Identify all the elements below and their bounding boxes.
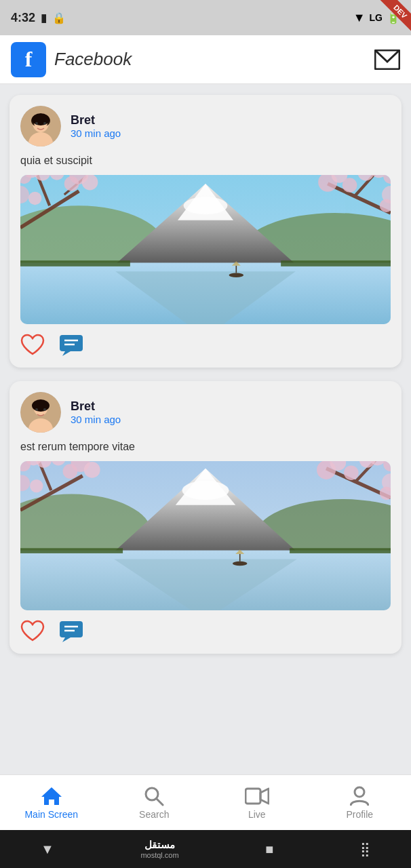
post-author: Bret — [71, 399, 121, 414]
heart-icon — [20, 334, 45, 357]
post-card: Bret 30 min ago quia et suscipit — [9, 95, 402, 368]
nav-item-live[interactable]: Live — [230, 786, 284, 820]
svg-point-28 — [28, 192, 41, 205]
svg-point-59 — [182, 481, 229, 500]
home-system-button[interactable]: ■ — [265, 842, 273, 857]
svg-rect-86 — [20, 548, 123, 553]
like-button[interactable] — [20, 334, 45, 357]
app-title: Facebook — [54, 49, 132, 70]
post-image — [20, 175, 391, 324]
menu-system-button[interactable]: ⣿ — [360, 841, 370, 857]
svg-rect-88 — [60, 621, 83, 637]
post-time: 30 min ago — [71, 127, 121, 139]
comment-icon — [58, 334, 84, 357]
wifi-icon: ▼ — [353, 11, 366, 25]
post-header: Bret 30 min ago — [20, 392, 391, 433]
svg-marker-92 — [41, 787, 62, 805]
person-icon — [350, 786, 369, 806]
nav-item-profile[interactable]: Profile — [332, 786, 387, 820]
system-logo: مستقل mostql.com — [140, 839, 178, 859]
system-logo-url: mostql.com — [140, 851, 178, 859]
avatar — [20, 106, 61, 146]
search-icon — [144, 786, 164, 806]
svg-rect-87 — [290, 548, 391, 553]
lock-icon: 🔒 — [52, 12, 66, 24]
dev-badge: DEV — [370, 0, 411, 41]
system-logo-text: مستقل — [140, 839, 178, 851]
svg-marker-45 — [62, 351, 71, 356]
svg-point-68 — [84, 462, 100, 478]
post-actions — [20, 334, 391, 357]
avatar — [20, 392, 61, 433]
nav-label-profile: Profile — [346, 809, 373, 820]
post-card: Bret 30 min ago est rerum tempore vitae — [9, 381, 402, 654]
post-actions — [20, 620, 391, 643]
video-icon — [245, 786, 269, 806]
comment-button[interactable] — [58, 334, 84, 357]
heart-icon — [20, 620, 45, 643]
messages-button[interactable] — [374, 50, 400, 70]
nav-label-live: Live — [248, 809, 266, 820]
svg-marker-96 — [260, 789, 269, 804]
svg-line-94 — [157, 799, 163, 805]
app-header: f Facebook — [0, 35, 411, 84]
svg-point-6 — [32, 113, 50, 125]
nav-label-main-screen: Main Screen — [24, 809, 78, 820]
status-bar-left: 4:32 ▮ 🔒 — [11, 11, 66, 25]
svg-rect-44 — [60, 335, 83, 351]
post-text: est rerum tempore vitae — [20, 441, 391, 453]
post-header: Bret 30 min ago — [20, 106, 391, 146]
portrait-icon: ▮ — [41, 12, 47, 24]
svg-rect-95 — [246, 789, 260, 804]
facebook-logo: f — [11, 42, 46, 77]
mail-icon — [374, 50, 400, 70]
nav-item-main-screen[interactable]: Main Screen — [24, 786, 79, 820]
home-icon — [41, 786, 62, 806]
svg-point-25 — [64, 176, 79, 191]
post-text: quia et suscipit — [20, 155, 391, 167]
svg-point-80 — [344, 465, 359, 480]
post-meta: Bret 30 min ago — [71, 113, 121, 139]
post-time: 30 min ago — [71, 414, 121, 425]
post-image — [20, 461, 391, 610]
nav-item-search[interactable]: Search — [127, 786, 181, 820]
svg-point-39 — [229, 273, 244, 277]
time-display: 4:32 — [11, 11, 35, 25]
svg-point-53 — [43, 408, 46, 411]
svg-point-14 — [184, 197, 228, 214]
svg-rect-42 — [20, 260, 130, 267]
nav-label-search: Search — [139, 809, 169, 820]
svg-point-83 — [233, 561, 248, 566]
bottom-nav: Main Screen Search Live Profile — [0, 774, 411, 830]
svg-point-97 — [355, 787, 364, 797]
svg-point-72 — [30, 479, 43, 492]
svg-point-8 — [43, 122, 46, 125]
svg-marker-89 — [62, 637, 71, 642]
back-button[interactable]: ▼ — [41, 842, 54, 857]
svg-point-36 — [342, 178, 357, 193]
svg-rect-43 — [281, 260, 391, 267]
feed-container: Bret 30 min ago quia et suscipit — [0, 84, 411, 774]
post-author: Bret — [71, 113, 121, 127]
like-button[interactable] — [20, 620, 45, 643]
header-left: f Facebook — [11, 42, 132, 77]
status-bar: 4:32 ▮ 🔒 ▼ LG 🔋 DEV — [0, 0, 411, 35]
svg-point-7 — [35, 122, 38, 125]
comment-button[interactable] — [58, 620, 84, 643]
svg-point-51 — [32, 399, 50, 412]
comment-icon — [58, 620, 84, 643]
post-meta: Bret 30 min ago — [71, 399, 121, 425]
svg-point-52 — [35, 408, 38, 411]
system-bar: ▼ مستقل mostql.com ■ ⣿ — [0, 830, 411, 868]
dev-badge-label: DEV — [380, 0, 411, 32]
svg-point-69 — [63, 464, 78, 479]
